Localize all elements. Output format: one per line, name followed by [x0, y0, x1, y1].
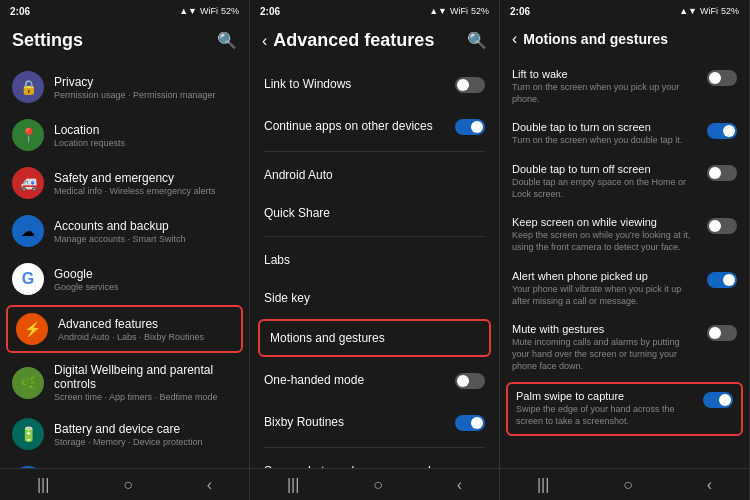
adv-item-link-windows[interactable]: Link to Windows: [250, 63, 499, 105]
nav-recent-1[interactable]: |||: [37, 476, 49, 494]
link-windows-label: Link to Windows: [264, 77, 351, 91]
double-tap-on-toggle[interactable]: [707, 123, 737, 139]
back-button-3[interactable]: ‹: [512, 30, 517, 48]
back-button-2[interactable]: ‹: [262, 32, 267, 50]
advanced-screen: ‹ Advanced features 🔍 Link to Windows Co…: [250, 22, 499, 500]
double-tap-on-desc: Turn on the screen when you double tap i…: [512, 135, 699, 147]
google-text: Google Google services: [54, 267, 237, 292]
nav-recent-3[interactable]: |||: [537, 476, 549, 494]
double-tap-off-title: Double tap to turn off screen: [512, 163, 699, 175]
lift-wake-toggle[interactable]: [707, 70, 737, 86]
settings-item-safety[interactable]: 🚑 Safety and emergency Medical info · Wi…: [0, 159, 249, 207]
google-subtitle: Google services: [54, 282, 237, 292]
gesture-palm-swipe[interactable]: Palm swipe to capture Swipe the edge of …: [506, 382, 743, 435]
nav-back-1[interactable]: ‹: [207, 476, 212, 494]
lift-wake-desc: Turn on the screen when you pick up your…: [512, 82, 699, 105]
nav-back-btn-2[interactable]: ‹: [457, 476, 462, 494]
adv-item-side-key[interactable]: Side key: [250, 279, 499, 317]
battery-icon-1: 52%: [221, 6, 239, 16]
motions-screen: ‹ Motions and gestures Lift to wake Turn…: [500, 22, 749, 500]
adv-item-screenshots[interactable]: Screenshots and screen recorder: [250, 452, 499, 468]
safety-text: Safety and emergency Medical info · Wire…: [54, 171, 237, 196]
time-2: 2:06: [260, 6, 280, 17]
status-bar-3: 2:06 ▲▼ WiFi 52%: [500, 0, 749, 22]
advanced-subtitle: Android Auto · Labs · Bixby Routines: [58, 332, 233, 342]
link-windows-toggle[interactable]: [455, 77, 485, 93]
settings-item-privacy[interactable]: 🔒 Privacy Permission usage · Permission …: [0, 63, 249, 111]
alert-pickup-desc: Your phone will vibrate when you pick it…: [512, 284, 699, 307]
alert-pickup-toggle[interactable]: [707, 272, 737, 288]
nav-recent-2[interactable]: |||: [287, 476, 299, 494]
search-icon-2[interactable]: 🔍: [467, 31, 487, 50]
bixby-label: Bixby Routines: [264, 415, 344, 429]
gesture-double-tap-off[interactable]: Double tap to turn off screen Double tap…: [500, 155, 749, 208]
gesture-keep-screen[interactable]: Keep screen on while viewing Keep the sc…: [500, 208, 749, 261]
adv-item-motions[interactable]: Motions and gestures: [258, 319, 491, 357]
divider-2: [264, 236, 485, 237]
palm-swipe-toggle[interactable]: [703, 392, 733, 408]
nav-bar-1: ||| ○ ‹: [0, 468, 249, 500]
nav-home-1[interactable]: ○: [123, 476, 133, 494]
battery-icon-2: 52%: [471, 6, 489, 16]
keep-screen-title: Keep screen on while viewing: [512, 216, 699, 228]
side-key-label: Side key: [264, 291, 310, 305]
continue-apps-toggle[interactable]: [455, 119, 485, 135]
adv-item-one-handed[interactable]: One-handed mode: [250, 359, 499, 401]
privacy-icon: 🔒: [12, 71, 44, 103]
location-title: Location: [54, 123, 237, 137]
settings-top-bar: Settings 🔍: [0, 22, 249, 59]
bixby-toggle[interactable]: [455, 415, 485, 431]
advanced-list: Link to Windows Continue apps on other d…: [250, 59, 499, 468]
settings-item-apps[interactable]: 📱 Apps Default apps · App settings: [0, 458, 249, 468]
gesture-mute[interactable]: Mute with gestures Mute incoming calls a…: [500, 315, 749, 380]
mute-desc: Mute incoming calls and alarms by puttin…: [512, 337, 699, 372]
nav-bar-3: ||| ○ ‹: [500, 468, 749, 500]
advanced-title-header: Advanced features: [273, 30, 434, 51]
settings-item-advanced[interactable]: ⚡ Advanced features Android Auto · Labs …: [6, 305, 243, 353]
gesture-double-tap-on[interactable]: Double tap to turn on screen Turn on the…: [500, 113, 749, 155]
motions-top-bar: ‹ Motions and gestures: [500, 22, 749, 56]
search-icon[interactable]: 🔍: [217, 31, 237, 50]
keep-screen-desc: Keep the screen on while you're looking …: [512, 230, 699, 253]
settings-item-wellbeing[interactable]: 🌿 Digital Wellbeing and parental control…: [0, 355, 249, 410]
adv-item-android-auto[interactable]: Android Auto: [250, 156, 499, 194]
alert-pickup-title: Alert when phone picked up: [512, 270, 699, 282]
status-bar-1: 2:06 ▲▼ WiFi 52%: [0, 0, 249, 22]
settings-item-location[interactable]: 📍 Location Location requests: [0, 111, 249, 159]
keep-screen-toggle[interactable]: [707, 218, 737, 234]
adv-item-labs[interactable]: Labs: [250, 241, 499, 279]
palm-swipe-desc: Swipe the edge of your hand across the s…: [516, 404, 695, 427]
one-handed-toggle[interactable]: [455, 373, 485, 389]
keep-screen-text: Keep screen on while viewing Keep the sc…: [512, 216, 699, 253]
nav-back-btn-3[interactable]: ‹: [707, 476, 712, 494]
settings-item-google[interactable]: G Google Google services: [0, 255, 249, 303]
gesture-lift-wake[interactable]: Lift to wake Turn on the screen when you…: [500, 60, 749, 113]
divider-3: [264, 447, 485, 448]
advanced-icon: ⚡: [16, 313, 48, 345]
wellbeing-subtitle: Screen time · App timers · Bedtime mode: [54, 392, 237, 402]
adv-item-quick-share[interactable]: Quick Share: [250, 194, 499, 232]
gesture-alert-pickup[interactable]: Alert when phone picked up Your phone wi…: [500, 262, 749, 315]
continue-apps-label: Continue apps on other devices: [264, 119, 433, 133]
safety-title: Safety and emergency: [54, 171, 237, 185]
safety-subtitle: Medical info · Wireless emergency alerts: [54, 186, 237, 196]
nav-home-3[interactable]: ○: [623, 476, 633, 494]
mute-toggle[interactable]: [707, 325, 737, 341]
adv-item-bixby[interactable]: Bixby Routines: [250, 401, 499, 443]
labs-label: Labs: [264, 253, 290, 267]
wellbeing-icon: 🌿: [12, 367, 44, 399]
settings-item-battery[interactable]: 🔋 Battery and device care Storage · Memo…: [0, 410, 249, 458]
nav-home-2[interactable]: ○: [373, 476, 383, 494]
google-icon: G: [12, 263, 44, 295]
adv-item-continue-apps[interactable]: Continue apps on other devices: [250, 105, 499, 147]
advanced-top-bar: ‹ Advanced features 🔍: [250, 22, 499, 59]
privacy-title: Privacy: [54, 75, 237, 89]
advanced-features-panel: 2:06 ▲▼ WiFi 52% ‹ Advanced features 🔍 L…: [250, 0, 500, 500]
settings-item-accounts[interactable]: ☁ Accounts and backup Manage accounts · …: [0, 207, 249, 255]
one-handed-label: One-handed mode: [264, 373, 364, 387]
google-title: Google: [54, 267, 237, 281]
privacy-subtitle: Permission usage · Permission manager: [54, 90, 237, 100]
gesture-list: Lift to wake Turn on the screen when you…: [500, 56, 749, 468]
double-tap-off-text: Double tap to turn off screen Double tap…: [512, 163, 699, 200]
double-tap-off-toggle[interactable]: [707, 165, 737, 181]
